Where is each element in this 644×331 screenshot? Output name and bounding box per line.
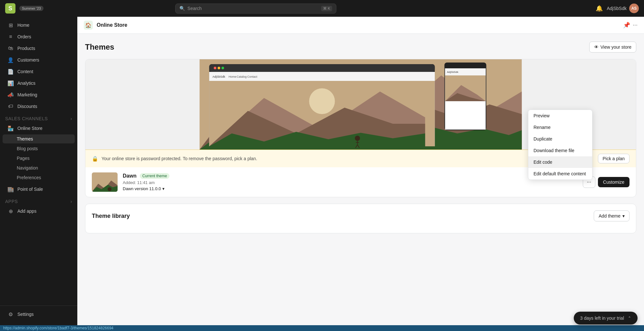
sidebar-bottom: ⚙ Settings — [0, 306, 77, 323]
search-shortcut: ⌘ K — [321, 6, 332, 11]
sidebar-item-label: Customers — [17, 57, 39, 63]
theme-added: Added: 11:41 am — [123, 180, 578, 185]
customize-button[interactable]: Customize — [598, 177, 630, 187]
sidebar-item-home[interactable]: ⊞ Home — [3, 20, 75, 31]
marketing-icon: 📣 — [8, 92, 14, 98]
more-icon: ··· — [587, 179, 591, 185]
apps-chevron: › — [71, 199, 72, 204]
themes-title: Themes — [85, 43, 114, 52]
dropdown-item-download[interactable]: Download theme file — [528, 145, 592, 156]
sidebar-item-online-store[interactable]: 🏪 Online Store — [3, 123, 75, 134]
online-store-icon: 🏪 — [8, 125, 14, 131]
page-content: Themes 👁 View your store — [77, 34, 644, 325]
analytics-icon: 📊 — [8, 80, 14, 86]
status-bar: https://admin.shopify.com/store/1badf7-3… — [0, 325, 644, 331]
sidebar-item-point-of-sale[interactable]: 🏬 Point of Sale — [3, 184, 75, 195]
sidebar-sub-item-preferences[interactable]: Preferences — [3, 173, 75, 182]
sidebar-item-label: Content — [17, 69, 33, 74]
customers-icon: 👤 — [8, 57, 14, 63]
content-icon: 📄 — [8, 69, 14, 74]
header-more-icon[interactable]: ··· — [633, 22, 638, 29]
add-apps-icon: ⊕ — [8, 208, 14, 214]
dropdown-item-edit-code[interactable]: Edit code — [528, 156, 592, 168]
svg-point-29 — [355, 136, 360, 141]
pin-icon[interactable]: 📌 — [623, 22, 630, 29]
sidebar-item-label: Products — [17, 46, 35, 51]
content-area: 🏠 Online Store 📌 ··· Themes 👁 View your … — [77, 17, 644, 325]
sales-channels-chevron: › — [71, 116, 72, 121]
sidebar-item-content[interactable]: 📄 Content — [3, 66, 75, 77]
orders-icon: ≡ — [8, 34, 14, 40]
sidebar-item-products[interactable]: 🛍 Products — [3, 43, 75, 54]
sidebar-sub-item-pages[interactable]: Pages — [3, 154, 75, 163]
search-icon: 🔍 — [179, 6, 185, 11]
theme-name-row: Dawn Current theme — [123, 173, 578, 179]
home-icon: ⊞ — [8, 22, 14, 28]
trial-chevron-icon: ⌃ — [628, 316, 631, 320]
sidebar-item-label: Analytics — [17, 81, 35, 86]
online-store-header-icon: 🏠 — [84, 21, 93, 30]
dropdown-item-rename[interactable]: Rename — [528, 122, 592, 133]
apps-label: Apps — [5, 199, 18, 204]
sidebar-sub-item-blog-posts[interactable]: Blog posts — [3, 144, 75, 153]
add-theme-button[interactable]: Add theme ▾ — [594, 210, 630, 221]
sales-channels-section: Sales channels › — [0, 112, 77, 122]
sidebar: ⊞ Home ≡ Orders 🛍 Products 👤 Customers 📄… — [0, 17, 77, 325]
sidebar-item-customers[interactable]: 👤 Customers — [3, 54, 75, 65]
sidebar-item-analytics[interactable]: 📊 Analytics — [3, 78, 75, 89]
pick-plan-button[interactable]: Pick a plan — [598, 154, 630, 163]
trial-banner-text: 3 days left in your trial — [580, 316, 624, 321]
notification-bell-icon[interactable]: 🔔 — [596, 5, 603, 12]
theme-details: Dawn Current theme Added: 11:41 am Dawn … — [123, 173, 578, 191]
page-header: 🏠 Online Store 📌 ··· — [77, 17, 644, 34]
add-theme-chevron-icon: ▾ — [622, 213, 625, 219]
themes-header: Themes 👁 View your store — [85, 42, 636, 53]
status-url: https://admin.shopify.com/store/1badf7-3… — [3, 326, 113, 330]
sidebar-sub-item-label: Blog posts — [17, 146, 38, 151]
password-warning-text: Your online store is password protected.… — [101, 156, 257, 161]
user-name: AdjSbSdk — [607, 6, 626, 11]
theme-thumbnail — [92, 172, 118, 192]
page-header-title: Online Store — [97, 22, 127, 28]
chevron-down-icon: ▾ — [162, 186, 165, 191]
dropdown-item-duplicate[interactable]: Duplicate — [528, 133, 592, 145]
sidebar-item-discounts[interactable]: 🏷 Discounts — [3, 101, 75, 112]
dropdown-item-edit-default[interactable]: Edit default theme content — [528, 168, 592, 180]
trial-banner[interactable]: 3 days left in your trial ⌃ — [574, 312, 638, 325]
svg-point-25 — [309, 88, 335, 114]
svg-point-15 — [218, 67, 220, 69]
view-store-button[interactable]: 👁 View your store — [589, 42, 636, 53]
theme-library-header: Theme library Add theme ▾ — [92, 210, 630, 221]
sidebar-sub-item-navigation[interactable]: Navigation — [3, 163, 75, 172]
sidebar-item-label: Settings — [17, 312, 34, 317]
svg-point-16 — [222, 67, 224, 69]
svg-point-14 — [214, 67, 216, 69]
sidebar-sub-item-label: Themes — [17, 136, 33, 141]
sidebar-item-settings[interactable]: ⚙ Settings — [3, 309, 75, 320]
search-bar[interactable]: 🔍 Search ⌘ K — [175, 4, 336, 14]
sidebar-item-label: Point of Sale — [17, 187, 43, 192]
eye-icon: 👁 — [594, 44, 599, 50]
svg-text:AdjSbSdk: AdjSbSdk — [447, 71, 459, 73]
shopify-logo[interactable]: S — [5, 3, 15, 14]
theme-version[interactable]: Dawn version 11.0.0 ▾ — [123, 186, 578, 191]
svg-text:AdjSbSdk: AdjSbSdk — [213, 75, 226, 78]
svg-text:Home: Home — [229, 75, 236, 78]
theme-name: Dawn — [123, 173, 137, 179]
sidebar-item-add-apps[interactable]: ⊕ Add apps — [3, 206, 75, 217]
sidebar-item-marketing[interactable]: 📣 Marketing — [3, 89, 75, 100]
dropdown-item-preview[interactable]: Preview — [528, 110, 592, 122]
sidebar-item-label: Orders — [17, 34, 31, 39]
sidebar-item-label: Home — [17, 23, 29, 28]
products-icon: 🛍 — [8, 45, 14, 51]
user-menu[interactable]: AdjSbSdk AS — [607, 4, 639, 13]
theme-version-text: Dawn version 11.0.0 — [123, 186, 161, 191]
svg-text:Contact: Contact — [247, 75, 258, 78]
discounts-icon: 🏷 — [8, 103, 14, 109]
sidebar-item-orders[interactable]: ≡ Orders — [3, 31, 75, 42]
sidebar-item-label: Online Store — [17, 126, 43, 131]
sales-channels-label: Sales channels — [5, 116, 48, 121]
sidebar-sub-item-label: Preferences — [17, 175, 41, 180]
sidebar-sub-item-themes[interactable]: Themes — [3, 134, 75, 143]
sidebar-item-label: Add apps — [17, 209, 36, 214]
